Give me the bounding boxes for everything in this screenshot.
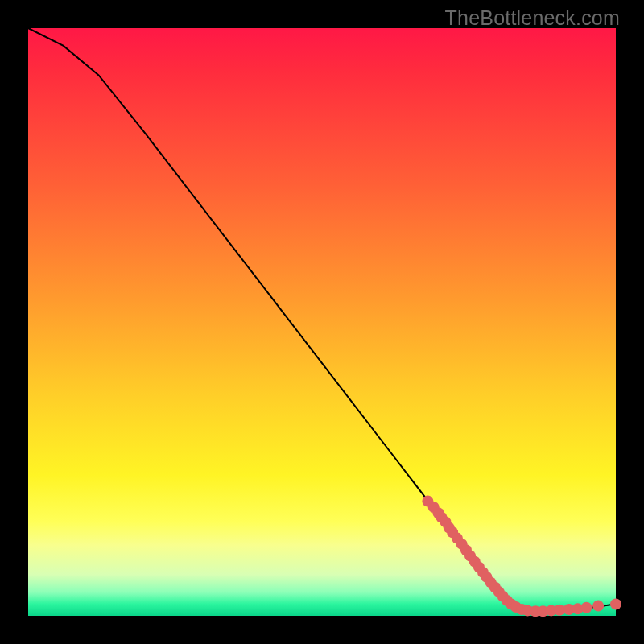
data-dot	[581, 602, 592, 613]
data-dot	[610, 598, 621, 609]
bottleneck-curve	[28, 28, 616, 610]
frame: TheBottleneck.com	[0, 0, 644, 644]
chart-area	[28, 28, 616, 616]
data-dots	[422, 496, 621, 617]
chart-svg	[28, 28, 616, 616]
data-dot	[592, 601, 604, 612]
watermark: TheBottleneck.com	[445, 6, 620, 30]
